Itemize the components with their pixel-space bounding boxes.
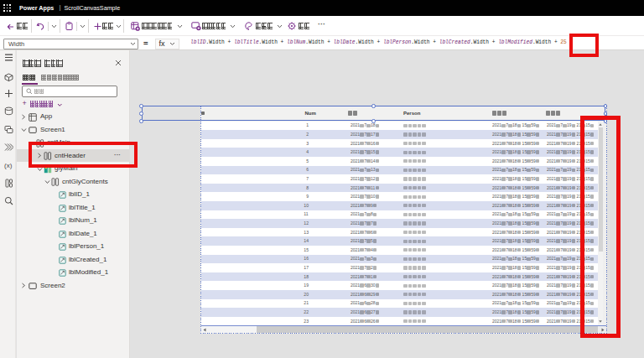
svg-text:(x): (x) bbox=[4, 162, 13, 169]
